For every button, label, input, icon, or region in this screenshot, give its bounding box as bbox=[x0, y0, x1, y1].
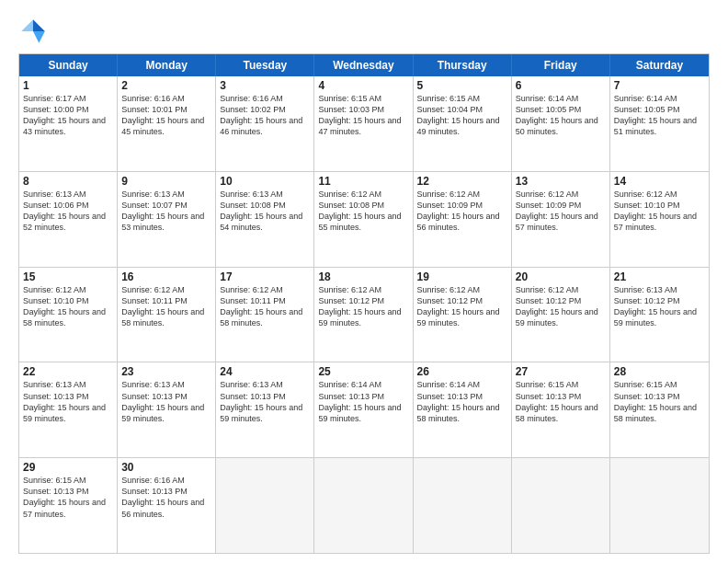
cell-info-line: Sunrise: 6:14 AM bbox=[417, 379, 507, 390]
cell-info-line: Sunset: 10:05 PM bbox=[516, 104, 606, 115]
cell-info-line: Daylight: 15 hours and 59 minutes. bbox=[23, 402, 113, 424]
svg-marker-1 bbox=[33, 31, 45, 43]
cell-info-line: Daylight: 15 hours and 50 minutes. bbox=[516, 115, 606, 137]
calendar-cell: 29Sunrise: 6:15 AMSunset: 10:13 PMDaylig… bbox=[19, 458, 118, 553]
cell-info-line: Sunset: 10:12 PM bbox=[516, 295, 606, 306]
calendar-cell: 28Sunrise: 6:15 AMSunset: 10:13 PMDaylig… bbox=[610, 362, 709, 457]
cell-info-line: Sunrise: 6:12 AM bbox=[318, 189, 408, 200]
cell-info-line: Sunset: 10:13 PM bbox=[318, 391, 408, 402]
calendar-cell: 17Sunrise: 6:12 AMSunset: 10:11 PMDaylig… bbox=[216, 268, 314, 362]
cell-info-line: Sunrise: 6:16 AM bbox=[220, 93, 310, 104]
calendar-week-3: 15Sunrise: 6:12 AMSunset: 10:10 PMDaylig… bbox=[19, 267, 709, 362]
cell-info-line: Sunrise: 6:12 AM bbox=[23, 284, 113, 295]
cell-info-line: Daylight: 15 hours and 59 minutes. bbox=[318, 402, 408, 424]
weekday-header-friday: Friday bbox=[512, 54, 610, 76]
day-number: 15 bbox=[23, 270, 113, 283]
cell-info-line: Sunset: 10:03 PM bbox=[318, 104, 408, 115]
cell-info-line: Sunset: 10:13 PM bbox=[417, 391, 507, 402]
weekday-header-thursday: Thursday bbox=[414, 54, 512, 76]
day-number: 24 bbox=[220, 365, 310, 378]
cell-info-line: Daylight: 15 hours and 58 minutes. bbox=[614, 402, 705, 424]
cell-info-line: Daylight: 15 hours and 56 minutes. bbox=[417, 211, 507, 233]
calendar-week-5: 29Sunrise: 6:15 AMSunset: 10:13 PMDaylig… bbox=[19, 457, 709, 553]
calendar-body: 1Sunrise: 6:17 AMSunset: 10:00 PMDayligh… bbox=[19, 76, 709, 553]
cell-info-line: Daylight: 15 hours and 59 minutes. bbox=[318, 306, 408, 328]
calendar-cell: 10Sunrise: 6:13 AMSunset: 10:08 PMDaylig… bbox=[216, 172, 314, 267]
cell-info-line: Sunset: 10:10 PM bbox=[23, 295, 113, 306]
cell-info-line: Sunset: 10:13 PM bbox=[121, 486, 211, 497]
cell-info-line: Daylight: 15 hours and 56 minutes. bbox=[121, 497, 211, 519]
day-number: 14 bbox=[614, 175, 705, 188]
calendar-cell bbox=[512, 458, 610, 553]
day-number: 2 bbox=[121, 79, 211, 92]
cell-info-line: Sunrise: 6:12 AM bbox=[417, 189, 507, 200]
cell-info-line: Sunrise: 6:14 AM bbox=[516, 93, 606, 104]
cell-info-line: Sunrise: 6:16 AM bbox=[121, 475, 211, 486]
cell-info-line: Sunset: 10:12 PM bbox=[417, 295, 507, 306]
calendar-cell: 1Sunrise: 6:17 AMSunset: 10:00 PMDayligh… bbox=[19, 76, 118, 171]
calendar-cell bbox=[414, 458, 512, 553]
cell-info-line: Daylight: 15 hours and 55 minutes. bbox=[318, 211, 408, 233]
day-number: 22 bbox=[23, 365, 113, 378]
weekday-header-wednesday: Wednesday bbox=[314, 54, 413, 76]
cell-info-line: Sunset: 10:00 PM bbox=[23, 104, 113, 115]
header bbox=[18, 17, 710, 46]
weekday-header-saturday: Saturday bbox=[610, 54, 709, 76]
calendar: SundayMondayTuesdayWednesdayThursdayFrid… bbox=[18, 53, 710, 554]
calendar-cell: 14Sunrise: 6:12 AMSunset: 10:10 PMDaylig… bbox=[610, 172, 709, 267]
weekday-header-monday: Monday bbox=[118, 54, 216, 76]
cell-info-line: Daylight: 15 hours and 51 minutes. bbox=[614, 115, 705, 137]
cell-info-line: Sunset: 10:13 PM bbox=[614, 391, 705, 402]
day-number: 9 bbox=[121, 175, 211, 188]
day-number: 28 bbox=[614, 365, 705, 378]
cell-info-line: Sunset: 10:12 PM bbox=[614, 295, 705, 306]
day-number: 6 bbox=[516, 79, 606, 92]
calendar-cell bbox=[610, 458, 709, 553]
calendar-cell: 7Sunrise: 6:14 AMSunset: 10:05 PMDayligh… bbox=[610, 76, 709, 171]
cell-info-line: Daylight: 15 hours and 59 minutes. bbox=[220, 402, 310, 424]
calendar-week-2: 8Sunrise: 6:13 AMSunset: 10:06 PMDayligh… bbox=[19, 171, 709, 267]
cell-info-line: Sunrise: 6:13 AM bbox=[614, 284, 705, 295]
logo bbox=[18, 17, 53, 46]
calendar-cell: 18Sunrise: 6:12 AMSunset: 10:12 PMDaylig… bbox=[314, 268, 413, 362]
cell-info-line: Daylight: 15 hours and 58 minutes. bbox=[121, 306, 211, 328]
cell-info-line: Sunrise: 6:17 AM bbox=[23, 93, 113, 104]
calendar-cell bbox=[314, 458, 413, 553]
day-number: 18 bbox=[318, 270, 408, 283]
cell-info-line: Sunrise: 6:13 AM bbox=[121, 379, 211, 390]
cell-info-line: Daylight: 15 hours and 57 minutes. bbox=[614, 211, 705, 233]
cell-info-line: Sunset: 10:04 PM bbox=[417, 104, 507, 115]
day-number: 10 bbox=[220, 175, 310, 188]
day-number: 5 bbox=[417, 79, 507, 92]
cell-info-line: Daylight: 15 hours and 45 minutes. bbox=[121, 115, 211, 137]
day-number: 4 bbox=[318, 79, 408, 92]
calendar-cell: 13Sunrise: 6:12 AMSunset: 10:09 PMDaylig… bbox=[512, 172, 610, 267]
calendar-cell: 30Sunrise: 6:16 AMSunset: 10:13 PMDaylig… bbox=[118, 458, 216, 553]
cell-info-line: Sunset: 10:13 PM bbox=[516, 391, 606, 402]
cell-info-line: Sunset: 10:08 PM bbox=[220, 200, 310, 211]
cell-info-line: Daylight: 15 hours and 58 minutes. bbox=[220, 306, 310, 328]
cell-info-line: Sunrise: 6:12 AM bbox=[417, 284, 507, 295]
cell-info-line: Sunset: 10:05 PM bbox=[614, 104, 705, 115]
calendar-cell: 23Sunrise: 6:13 AMSunset: 10:13 PMDaylig… bbox=[118, 362, 216, 457]
cell-info-line: Daylight: 15 hours and 58 minutes. bbox=[23, 306, 113, 328]
calendar-cell: 2Sunrise: 6:16 AMSunset: 10:01 PMDayligh… bbox=[118, 76, 216, 171]
cell-info-line: Sunrise: 6:13 AM bbox=[23, 189, 113, 200]
cell-info-line: Sunrise: 6:16 AM bbox=[121, 93, 211, 104]
day-number: 1 bbox=[23, 79, 113, 92]
cell-info-line: Sunrise: 6:15 AM bbox=[516, 379, 606, 390]
cell-info-line: Daylight: 15 hours and 59 minutes. bbox=[516, 306, 606, 328]
cell-info-line: Daylight: 15 hours and 47 minutes. bbox=[318, 115, 408, 137]
day-number: 23 bbox=[121, 365, 211, 378]
cell-info-line: Sunrise: 6:12 AM bbox=[121, 284, 211, 295]
cell-info-line: Sunrise: 6:13 AM bbox=[220, 189, 310, 200]
cell-info-line: Sunset: 10:02 PM bbox=[220, 104, 310, 115]
cell-info-line: Sunset: 10:13 PM bbox=[121, 391, 211, 402]
cell-info-line: Daylight: 15 hours and 59 minutes. bbox=[417, 306, 507, 328]
calendar-cell: 20Sunrise: 6:12 AMSunset: 10:12 PMDaylig… bbox=[512, 268, 610, 362]
day-number: 11 bbox=[318, 175, 408, 188]
cell-info-line: Sunset: 10:01 PM bbox=[121, 104, 211, 115]
day-number: 12 bbox=[417, 175, 507, 188]
cell-info-line: Sunrise: 6:14 AM bbox=[614, 93, 705, 104]
cell-info-line: Daylight: 15 hours and 59 minutes. bbox=[614, 306, 705, 328]
